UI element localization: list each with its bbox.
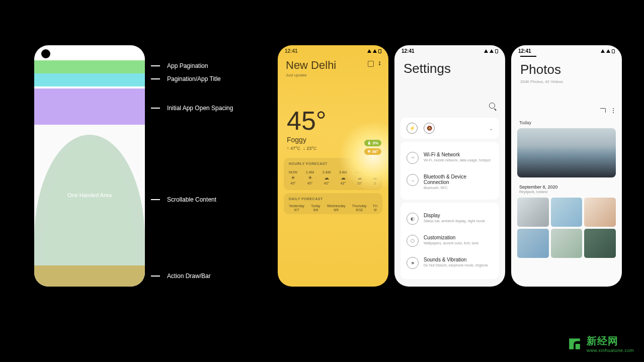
battery-icon — [378, 49, 381, 53]
wifi-signal-icon — [606, 49, 610, 53]
battery-icon — [495, 49, 498, 53]
zone-scrollable-content: One Handed Area — [34, 125, 145, 265]
photo-date: September 8, 2020 — [519, 185, 558, 190]
status-time: 12:41 — [518, 48, 531, 54]
weather-menu-icon[interactable] — [379, 61, 380, 67]
bluetooth-icon: ⌵ — [407, 174, 419, 186]
weather-add-icon[interactable] — [368, 61, 374, 67]
display-icon: ◐ — [407, 213, 419, 225]
search-icon[interactable] — [489, 103, 495, 109]
zone-action-bar — [34, 265, 145, 287]
annotation-label: Action Draw/Bar — [151, 273, 211, 280]
hourly-item: 2 AM☁43° — [323, 169, 331, 186]
setting-item[interactable]: ⬡CustomizationWallpapers, accent color, … — [407, 230, 493, 252]
layout-diagram-phone: One Handed Area — [34, 45, 145, 287]
signal-icon — [601, 49, 605, 53]
status-bar: 12:41 — [278, 45, 388, 56]
photo-hero[interactable]: September 8, 2020 Reykjavik, Iceland — [517, 128, 616, 177]
photo-thumb[interactable] — [584, 198, 616, 227]
wifi-icon: ⌔ — [407, 152, 419, 164]
wifi-signal-icon — [373, 49, 377, 53]
annotation-label: App Pagination — [151, 62, 208, 69]
photo-thumb[interactable] — [551, 229, 583, 258]
weather-city: New Delhi — [286, 59, 336, 72]
sound-icon: 🕩 — [407, 257, 419, 269]
photos-app-phone: 12:41 Photos 2046 Photos, 42 Videos Toda… — [511, 45, 622, 287]
daily-item: Today9/8 — [311, 204, 320, 212]
photo-location: Reykjavik, Iceland — [519, 190, 558, 194]
daily-item: Fri9/ — [373, 204, 377, 212]
photos-today-label: Today — [511, 116, 622, 128]
photo-thumb[interactable] — [517, 198, 549, 227]
signal-icon — [484, 49, 488, 53]
annotation-label: Pagination/App Title — [151, 75, 221, 82]
status-bar: 12:41 — [394, 45, 505, 56]
settings-app-phone: 12:41 Settings ⚡ 🔕 ⌄ ⌔Wi-Fi & NetworkWi-… — [394, 45, 505, 287]
photo-thumb[interactable] — [517, 229, 549, 258]
status-icons — [367, 49, 381, 53]
battery-icon — [612, 49, 615, 53]
status-icons — [601, 49, 615, 53]
cast-icon[interactable] — [600, 108, 606, 113]
photos-grid — [517, 198, 616, 258]
diagram-annotations: App PaginationPagination/App TitleInitia… — [151, 45, 252, 60]
settings-search-row — [394, 76, 505, 115]
daily-item: Yesterday9/7 — [289, 204, 304, 212]
zone-pagination-title — [34, 73, 145, 86]
photos-title: Photos — [511, 57, 622, 77]
zone-initial-spacing — [34, 88, 145, 125]
wifi-signal-icon — [490, 49, 494, 53]
daily-item: Thursday9/10 — [352, 204, 367, 212]
daily-item: Wednesday9/9 — [327, 204, 346, 212]
weather-app-phone: 12:41 New Delhi Just update 45° 🌢 3% ☀ 3… — [278, 45, 388, 287]
quick-status-block[interactable]: ⚡ 🔕 ⌄ — [400, 118, 499, 139]
setting-item[interactable]: ⌔Wi-Fi & NetworkWi-Fi, mobile network, d… — [407, 147, 493, 169]
photo-thumb[interactable] — [584, 229, 616, 258]
dnd-status-icon: 🔕 — [424, 123, 435, 134]
one-handed-label: One Handed Area — [67, 192, 112, 198]
weather-badge-uv: ☀ 36° — [364, 148, 381, 155]
watermark: 新经网 www.xinhuatone.com — [566, 334, 634, 353]
status-bar: 12:41 — [511, 45, 622, 56]
camera-notch — [41, 49, 50, 58]
setting-item[interactable]: 🕩Sounds & VibrationDo Not Disturb, earph… — [407, 252, 493, 274]
setting-item[interactable]: ◐DisplayStatus bar, ambient display, nig… — [407, 208, 493, 230]
zone-app-pagination — [34, 60, 145, 73]
hourly-item: 1 AM☀45° — [306, 169, 314, 186]
annotation-label: Initial App Open Spacing — [151, 105, 233, 112]
status-time: 12:41 — [285, 48, 298, 54]
photos-subtitle: 2046 Photos, 42 Videos — [511, 77, 622, 84]
hourly-item: NOW☀45° — [289, 169, 297, 186]
watermark-text-cn: 新经网 — [587, 334, 634, 348]
settings-title: Settings — [394, 56, 505, 76]
settings-group-display: ◐DisplayStatus bar, ambient display, nig… — [400, 203, 499, 279]
customization-icon: ⬡ — [407, 235, 419, 247]
chevron-down-icon[interactable]: ⌄ — [489, 126, 493, 131]
photos-menu-icon[interactable] — [613, 108, 614, 113]
status-time: 12:41 — [401, 48, 415, 54]
daily-forecast-title: DAILY FORECAST — [289, 197, 377, 201]
photo-thumb[interactable] — [551, 198, 583, 227]
settings-group-network: ⌔Wi-Fi & NetworkWi-Fi, mobile network, d… — [400, 142, 499, 200]
battery-status-icon: ⚡ — [407, 123, 418, 134]
daily-forecast-card[interactable]: DAILY FORECAST Yesterday9/7Today9/8Wedne… — [284, 193, 382, 214]
watermark-text-en: www.xinhuatone.com — [587, 348, 634, 353]
annotation-label: Scrollable Content — [151, 196, 216, 203]
signal-icon — [367, 49, 371, 53]
status-icons — [484, 49, 498, 53]
setting-item[interactable]: ⌵Bluetooth & Device ConnectionBluetooth,… — [407, 169, 493, 195]
weather-badge-humidity: 🌢 3% — [364, 140, 381, 146]
watermark-logo-icon — [566, 335, 584, 353]
weather-updated: Just update — [286, 73, 336, 77]
